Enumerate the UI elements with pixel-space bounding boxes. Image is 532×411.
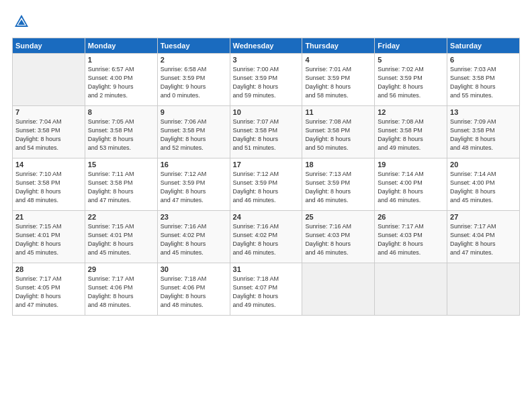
day-info: Sunrise: 7:07 AM Sunset: 3:58 PM Dayligh…	[233, 118, 300, 152]
day-header-wednesday: Wednesday	[230, 38, 302, 54]
calendar-cell: 30Sunrise: 7:18 AM Sunset: 4:06 PM Dayli…	[157, 263, 230, 316]
day-info: Sunrise: 7:12 AM Sunset: 3:59 PM Dayligh…	[161, 170, 227, 205]
calendar-cell: 5Sunrise: 7:02 AM Sunset: 3:59 PM Daylig…	[375, 54, 447, 106]
day-header-monday: Monday	[85, 38, 157, 54]
calendar-cell: 27Sunrise: 7:17 AM Sunset: 4:04 PM Dayli…	[447, 211, 520, 263]
day-info: Sunrise: 7:08 AM Sunset: 3:58 PM Dayligh…	[305, 118, 371, 152]
calendar-week-row: 28Sunrise: 7:17 AM Sunset: 4:05 PM Dayli…	[13, 263, 520, 316]
calendar-cell: 28Sunrise: 7:17 AM Sunset: 4:05 PM Dayli…	[13, 263, 85, 316]
calendar-cell: 22Sunrise: 7:15 AM Sunset: 4:01 PM Dayli…	[85, 211, 157, 263]
day-header-tuesday: Tuesday	[157, 38, 230, 54]
calendar-cell: 10Sunrise: 7:07 AM Sunset: 3:58 PM Dayli…	[230, 106, 302, 158]
day-info: Sunrise: 7:17 AM Sunset: 4:06 PM Dayligh…	[88, 275, 154, 310]
calendar-week-row: 7Sunrise: 7:04 AM Sunset: 3:58 PM Daylig…	[13, 106, 520, 158]
calendar-cell: 6Sunrise: 7:03 AM Sunset: 3:58 PM Daylig…	[447, 54, 520, 106]
day-info: Sunrise: 7:09 AM Sunset: 3:58 PM Dayligh…	[450, 118, 517, 152]
day-number: 4	[305, 56, 371, 64]
day-number: 8	[88, 108, 154, 116]
calendar-cell: 2Sunrise: 6:58 AM Sunset: 3:59 PM Daylig…	[157, 54, 230, 106]
calendar-cell: 16Sunrise: 7:12 AM Sunset: 3:59 PM Dayli…	[157, 158, 230, 211]
calendar-cell: 19Sunrise: 7:14 AM Sunset: 4:00 PM Dayli…	[375, 158, 447, 211]
calendar-cell: 8Sunrise: 7:05 AM Sunset: 3:58 PM Daylig…	[85, 106, 157, 158]
calendar-cell: 14Sunrise: 7:10 AM Sunset: 3:58 PM Dayli…	[13, 158, 85, 211]
day-info: Sunrise: 7:05 AM Sunset: 3:58 PM Dayligh…	[88, 118, 154, 152]
day-info: Sunrise: 7:17 AM Sunset: 4:03 PM Dayligh…	[378, 222, 444, 257]
day-number: 27	[450, 213, 517, 221]
calendar-cell	[375, 263, 447, 316]
day-number: 7	[15, 108, 82, 116]
calendar-cell: 29Sunrise: 7:17 AM Sunset: 4:06 PM Dayli…	[85, 263, 157, 316]
day-info: Sunrise: 7:06 AM Sunset: 3:58 PM Dayligh…	[161, 118, 227, 152]
day-number: 16	[161, 161, 227, 169]
day-info: Sunrise: 7:03 AM Sunset: 3:58 PM Dayligh…	[450, 65, 517, 100]
day-info: Sunrise: 7:16 AM Sunset: 4:03 PM Dayligh…	[305, 222, 371, 257]
day-info: Sunrise: 7:01 AM Sunset: 3:59 PM Dayligh…	[305, 65, 371, 100]
calendar-tbody: 1Sunrise: 6:57 AM Sunset: 4:00 PM Daylig…	[13, 54, 520, 316]
day-info: Sunrise: 7:14 AM Sunset: 4:00 PM Dayligh…	[450, 170, 517, 205]
calendar-cell: 25Sunrise: 7:16 AM Sunset: 4:03 PM Dayli…	[302, 211, 375, 263]
calendar-cell: 13Sunrise: 7:09 AM Sunset: 3:58 PM Dayli…	[447, 106, 520, 158]
day-number: 2	[161, 56, 227, 64]
day-number: 14	[15, 161, 82, 169]
day-number: 3	[233, 56, 300, 64]
day-number: 11	[305, 108, 371, 116]
day-header-row: SundayMondayTuesdayWednesdayThursdayFrid…	[13, 38, 520, 54]
day-number: 10	[233, 108, 300, 116]
calendar-cell: 11Sunrise: 7:08 AM Sunset: 3:58 PM Dayli…	[302, 106, 375, 158]
day-info: Sunrise: 7:17 AM Sunset: 4:04 PM Dayligh…	[450, 222, 517, 257]
calendar-cell: 21Sunrise: 7:15 AM Sunset: 4:01 PM Dayli…	[13, 211, 85, 263]
day-info: Sunrise: 7:15 AM Sunset: 4:01 PM Dayligh…	[15, 222, 82, 257]
day-info: Sunrise: 7:16 AM Sunset: 4:02 PM Dayligh…	[233, 222, 300, 257]
calendar-cell: 7Sunrise: 7:04 AM Sunset: 3:58 PM Daylig…	[13, 106, 85, 158]
day-header-saturday: Saturday	[447, 38, 520, 54]
day-number: 5	[378, 56, 444, 64]
calendar-cell: 23Sunrise: 7:16 AM Sunset: 4:02 PM Dayli…	[157, 211, 230, 263]
day-number: 9	[161, 108, 227, 116]
calendar-header	[12, 12, 520, 31]
day-info: Sunrise: 7:11 AM Sunset: 3:58 PM Dayligh…	[88, 170, 154, 205]
day-info: Sunrise: 7:14 AM Sunset: 4:00 PM Dayligh…	[378, 170, 444, 205]
calendar-cell: 9Sunrise: 7:06 AM Sunset: 3:58 PM Daylig…	[157, 106, 230, 158]
day-info: Sunrise: 7:17 AM Sunset: 4:05 PM Dayligh…	[15, 275, 82, 310]
day-header-sunday: Sunday	[13, 38, 85, 54]
day-number: 23	[161, 213, 227, 221]
calendar-cell: 3Sunrise: 7:00 AM Sunset: 3:59 PM Daylig…	[230, 54, 302, 106]
day-info: Sunrise: 7:18 AM Sunset: 4:06 PM Dayligh…	[161, 275, 227, 310]
day-info: Sunrise: 7:00 AM Sunset: 3:59 PM Dayligh…	[233, 65, 300, 100]
day-number: 31	[233, 265, 300, 273]
day-info: Sunrise: 7:08 AM Sunset: 3:58 PM Dayligh…	[378, 118, 444, 152]
calendar-cell: 24Sunrise: 7:16 AM Sunset: 4:02 PM Dayli…	[230, 211, 302, 263]
day-number: 29	[88, 265, 154, 273]
calendar-thead: SundayMondayTuesdayWednesdayThursdayFrid…	[13, 38, 520, 54]
day-number: 15	[88, 161, 154, 169]
day-number: 30	[161, 265, 227, 273]
day-number: 25	[305, 213, 371, 221]
day-info: Sunrise: 6:58 AM Sunset: 3:59 PM Dayligh…	[161, 65, 227, 100]
day-number: 24	[233, 213, 300, 221]
calendar-cell: 20Sunrise: 7:14 AM Sunset: 4:00 PM Dayli…	[447, 158, 520, 211]
calendar-table: SundayMondayTuesdayWednesdayThursdayFrid…	[12, 38, 520, 316]
calendar-week-row: 1Sunrise: 6:57 AM Sunset: 4:00 PM Daylig…	[13, 54, 520, 106]
day-info: Sunrise: 7:15 AM Sunset: 4:01 PM Dayligh…	[88, 222, 154, 257]
day-number: 17	[233, 161, 300, 169]
logo-icon	[12, 12, 31, 31]
calendar-cell: 26Sunrise: 7:17 AM Sunset: 4:03 PM Dayli…	[375, 211, 447, 263]
day-number: 20	[450, 161, 517, 169]
day-info: Sunrise: 7:12 AM Sunset: 3:59 PM Dayligh…	[233, 170, 300, 205]
day-number: 1	[88, 56, 154, 64]
calendar-cell: 17Sunrise: 7:12 AM Sunset: 3:59 PM Dayli…	[230, 158, 302, 211]
calendar-week-row: 14Sunrise: 7:10 AM Sunset: 3:58 PM Dayli…	[13, 158, 520, 211]
day-number: 28	[15, 265, 82, 273]
calendar-cell: 31Sunrise: 7:18 AM Sunset: 4:07 PM Dayli…	[230, 263, 302, 316]
logo	[12, 12, 34, 31]
calendar-cell: 15Sunrise: 7:11 AM Sunset: 3:58 PM Dayli…	[85, 158, 157, 211]
calendar-cell	[13, 54, 85, 106]
day-number: 26	[378, 213, 444, 221]
day-number: 18	[305, 161, 371, 169]
calendar-cell: 1Sunrise: 6:57 AM Sunset: 4:00 PM Daylig…	[85, 54, 157, 106]
day-info: Sunrise: 6:57 AM Sunset: 4:00 PM Dayligh…	[88, 65, 154, 100]
day-info: Sunrise: 7:02 AM Sunset: 3:59 PM Dayligh…	[378, 65, 444, 100]
day-number: 13	[450, 108, 517, 116]
calendar-cell	[447, 263, 520, 316]
calendar-week-row: 21Sunrise: 7:15 AM Sunset: 4:01 PM Dayli…	[13, 211, 520, 263]
